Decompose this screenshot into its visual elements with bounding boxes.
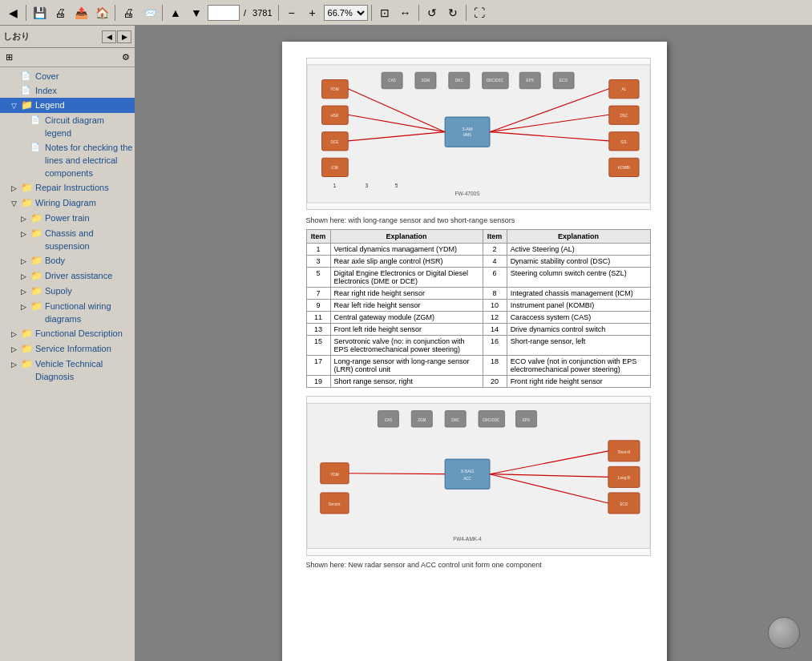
- table-cell-1: Long-range sensor with long-range sensor…: [330, 356, 483, 376]
- folder-icon: 📁: [21, 196, 34, 209]
- next-page-button[interactable]: ▼: [187, 3, 206, 22]
- tree-item-body[interactable]: ▷ 📁 Body: [0, 253, 135, 268]
- svg-text:3-AM: 3-AM: [462, 127, 473, 131]
- scroll-globe[interactable]: [768, 617, 800, 649]
- table-row: 9Rear left ride height sensor10Instrumen…: [306, 300, 650, 312]
- table-row: 5Digital Engine Electronics or Digital D…: [306, 268, 650, 288]
- fit-width-button[interactable]: ↔: [396, 3, 415, 22]
- table-row: 17Long-range sensor with long-range sens…: [306, 356, 650, 376]
- tree-item-vehicle-tech[interactable]: ▷ 📁 Vehicle Technical Diagnosis: [0, 357, 135, 384]
- tree-expand-chassis[interactable]: ▷: [21, 228, 30, 240]
- tree-expand-func-wiring[interactable]: ▷: [21, 300, 30, 313]
- table-cell-0: 17: [306, 356, 330, 376]
- toolbar-separator: [26, 5, 26, 21]
- tree-label-notes: Notes for checking the lines and electri…: [45, 141, 133, 179]
- table-row: 11Central gateway module (ZGM)12Caracces…: [306, 312, 650, 324]
- tree-item-index[interactable]: 📄 Index: [0, 83, 135, 98]
- diagram1-svg: 3-AM HMS YDM HSR DCE ICM AL DSC: [307, 58, 650, 209]
- save-button[interactable]: 💾: [30, 3, 49, 22]
- tree-view: 📄 Cover 📄 Index ▽ 📁 Legend: [0, 67, 135, 661]
- print-button[interactable]: 🖨: [50, 3, 70, 22]
- svg-text:CAS: CAS: [384, 418, 392, 422]
- folder-icon: 📁: [30, 284, 43, 297]
- svg-text:SZL: SZL: [620, 140, 628, 144]
- svg-text:FW-4700S: FW-4700S: [454, 191, 480, 196]
- tree-item-driver[interactable]: ▷ 📁 Driver assistance: [0, 268, 135, 284]
- export-button[interactable]: 📤: [71, 3, 91, 22]
- export2-button[interactable]: 📨: [139, 3, 159, 22]
- tree-item-cover[interactable]: 📄 Cover: [0, 69, 135, 83]
- tree-label-circuit: Circuit diagram legend: [45, 114, 133, 139]
- tree-item-repair[interactable]: ▷ 📁 Repair Instructions: [0, 180, 135, 195]
- toolbar-separator4: [278, 5, 279, 21]
- tree-expand-powertrain[interactable]: ▷: [21, 212, 30, 225]
- svg-text:EPS: EPS: [522, 418, 529, 422]
- folder-icon: 📁: [21, 342, 34, 355]
- tree-expand-service[interactable]: ▷: [11, 343, 21, 356]
- svg-text:ICM: ICM: [331, 166, 338, 170]
- tree-expand-driver[interactable]: ▷: [21, 270, 30, 283]
- svg-text:1: 1: [333, 183, 336, 188]
- sidebar-settings-icon[interactable]: ⚙: [119, 50, 133, 65]
- table-cell-2: 14: [483, 324, 507, 336]
- sidebar-expand-icon[interactable]: ⊞: [2, 50, 16, 65]
- tree-item-chassis[interactable]: ▷ 📁 Chassis and suspension: [0, 226, 135, 253]
- tree-item-circuit-diagram[interactable]: 📄 Circuit diagram legend: [0, 113, 135, 140]
- fit-page-button[interactable]: ⊡: [375, 3, 394, 22]
- table-cell-3: Drive dynamics control switch: [507, 324, 650, 336]
- svg-text:3-SAG: 3-SAG: [460, 469, 474, 474]
- col-header-item2: Item: [483, 230, 507, 244]
- table-cell-1: Digital Engine Electronics or Digital Di…: [330, 268, 483, 288]
- zoom-out-button[interactable]: −: [282, 3, 301, 22]
- tree-item-supply[interactable]: ▷ 📁 Supoly: [0, 284, 135, 299]
- tree-expand-body[interactable]: ▷: [21, 255, 30, 268]
- tree-expand-wiring[interactable]: ▽: [11, 197, 21, 210]
- tree-expand-repair[interactable]: ▷: [11, 182, 21, 195]
- zoom-in-button[interactable]: +: [303, 3, 322, 22]
- tree-expand-func-desc[interactable]: ▷: [11, 328, 21, 341]
- diagram2-container: 3-SAG ACC YDM Servotr. Short-R Long-R EC…: [306, 396, 651, 556]
- sidebar-prev-button[interactable]: ◀: [102, 30, 116, 43]
- print2-button[interactable]: 🖨: [119, 3, 138, 22]
- tree-item-legend[interactable]: ▽ 📁 Legend: [0, 98, 135, 113]
- svg-text:HMS: HMS: [463, 133, 471, 137]
- fullscreen-button[interactable]: ⛶: [470, 3, 489, 22]
- table-cell-3: Integrated chassis management (ICM): [507, 288, 650, 300]
- page-input[interactable]: 1012: [208, 5, 240, 21]
- tree-label-vehicle: Vehicle Technical Diagnosis: [35, 357, 133, 383]
- table-cell-0: 11: [306, 312, 330, 324]
- tree-item-functional-wiring[interactable]: ▷ 📁 Functional wiring diagrams: [0, 299, 135, 326]
- table-cell-1: Front left ride height sensor: [330, 324, 483, 336]
- tree-item-func-desc[interactable]: ▷ 📁 Functional Description: [0, 326, 135, 341]
- table-cell-1: Vertical dynamics managament (YDM): [330, 244, 483, 256]
- table-cell-2: 20: [483, 376, 507, 388]
- table-cell-3: Short-range sensor, left: [507, 336, 650, 356]
- home-button[interactable]: 🏠: [92, 3, 111, 22]
- table-cell-3: Dynamic stability control (DSC): [507, 256, 650, 268]
- content-area[interactable]: 3-AM HMS YDM HSR DCE ICM AL DSC: [136, 26, 812, 661]
- svg-text:ECO: ECO: [560, 79, 568, 83]
- tree-expand-supply[interactable]: ▷: [21, 285, 30, 298]
- zoom-select[interactable]: 66.7% 50% 75% 100% 125% 150%: [324, 5, 368, 21]
- tree-item-powertrain[interactable]: ▷ 📁 Power train: [0, 211, 135, 226]
- tree-item-service-info[interactable]: ▷ 📁 Service Information: [0, 341, 135, 357]
- rotate-left-button[interactable]: ↺: [422, 3, 442, 22]
- sidebar-next-button[interactable]: ▶: [117, 30, 131, 43]
- folder-icon: 📁: [30, 227, 43, 240]
- diagram2-svg: 3-SAG ACC YDM Servotr. Short-R Long-R EC…: [307, 397, 650, 555]
- page-separator: /: [241, 8, 248, 18]
- tree-expand-legend[interactable]: ▽: [11, 99, 21, 112]
- svg-text:DSC: DSC: [620, 114, 628, 118]
- table-cell-0: 3: [306, 256, 330, 268]
- prev-page-button[interactable]: ▲: [166, 3, 185, 22]
- rotate-right-button[interactable]: ↻: [443, 3, 463, 22]
- back-button[interactable]: ◀: [3, 3, 22, 22]
- tree-item-wiring[interactable]: ▽ 📁 Wiring Diagram: [0, 195, 135, 211]
- table-row: 7Rear right ride height sensor8Integrate…: [306, 288, 650, 300]
- tree-item-notes[interactable]: 📄 Notes for checking the lines and elect…: [0, 140, 135, 180]
- table-cell-2: 2: [483, 244, 507, 256]
- table-cell-0: 9: [306, 300, 330, 312]
- info-table: Item Explanation Item Explanation 1Verti…: [306, 229, 651, 388]
- table-cell-1: Servotronic valve (no: in conjunction wi…: [330, 336, 483, 356]
- tree-expand-vehicle[interactable]: ▷: [11, 358, 21, 371]
